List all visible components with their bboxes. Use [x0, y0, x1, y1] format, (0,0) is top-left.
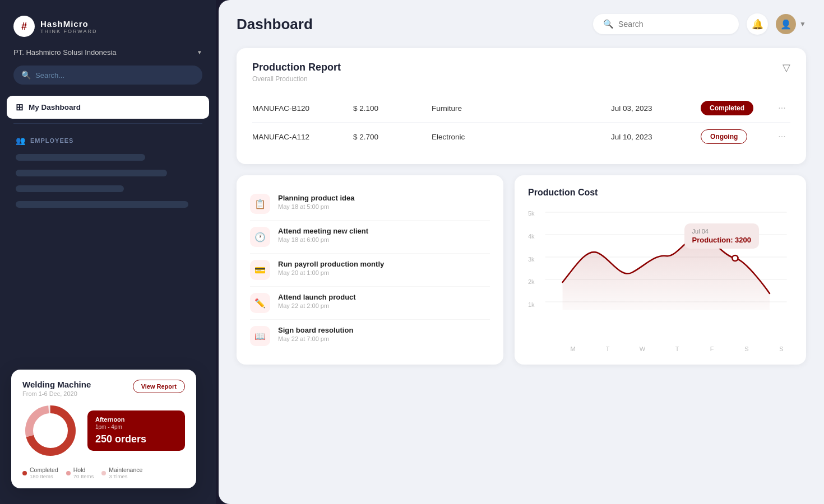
logo-text: HashMicro THINK FORWARD — [40, 19, 98, 34]
activity-icon-5: 📖 — [250, 326, 270, 346]
activity-title-4: Attend launch product — [278, 293, 356, 301]
bottom-row: 📋 Planning product idea May 18 at 5:00 p… — [237, 175, 806, 365]
tooltip-value: Production: 3200 — [692, 236, 751, 244]
sidebar-divider — [13, 123, 202, 124]
sidebar-search-input[interactable] — [35, 71, 195, 80]
sidebar-item-dashboard[interactable]: ⊞ My Dashboard — [7, 96, 209, 119]
activity-icon-4: ✏️ — [250, 293, 270, 313]
activity-text-3: Run payroll production montly May 20 at … — [278, 260, 384, 276]
header: Dashboard 🔍 🔔 👤 ▼ — [219, 0, 824, 48]
skeleton-bar-4 — [16, 201, 188, 208]
legend-item-completed: Completed 180 Items — [22, 466, 58, 479]
sidebar-item-dashboard-label: My Dashboard — [29, 103, 81, 111]
activity-item-5: 📖 Sign board resolution May 22 at 7:00 p… — [250, 320, 490, 352]
donut-svg — [22, 403, 78, 459]
employees-label: EMPLOYEES — [30, 137, 73, 144]
legend-item-hold: Hold 70 Items — [66, 466, 94, 479]
legend-text-completed: Completed 180 Items — [30, 466, 58, 479]
activity-title-3: Run payroll production montly — [278, 260, 384, 268]
welding-title: Welding Machine — [22, 380, 91, 389]
activity-time-4: May 22 at 2:00 pm — [278, 302, 356, 309]
afternoon-time: 1pm - 4pm — [95, 424, 177, 430]
legend-text-hold: Hold 70 Items — [73, 466, 94, 479]
welding-header: Welding Machine From 1-6 Dec, 2020 View … — [22, 380, 185, 397]
donut-chart — [22, 403, 78, 459]
card-header: Production Report Overall Production ▽ — [252, 62, 790, 83]
prod-status-1: Completed — [701, 101, 774, 115]
y-label-5k: 5k — [528, 210, 535, 217]
content-area: Production Report Overall Production ▽ M… — [219, 48, 824, 378]
activity-text-5: Sign board resolution May 22 at 7:00 pm — [278, 326, 353, 342]
activity-time-1: May 18 at 5:00 pm — [278, 203, 355, 210]
prod-id-2: MANUFAC-A112 — [252, 133, 353, 141]
search-icon: 🔍 — [21, 71, 31, 80]
main-content: Dashboard 🔍 🔔 👤 ▼ Production Report Over… — [219, 0, 824, 504]
x-label-s2: S — [770, 346, 793, 352]
svg-point-5 — [732, 255, 738, 261]
legend-item-maintenance: Maintenance 3 Times — [101, 466, 142, 479]
row-more-2[interactable]: ··· — [774, 132, 790, 142]
x-label-t2: T — [666, 346, 688, 352]
legend-sub-maintenance: 3 Times — [109, 473, 142, 479]
activity-time-3: May 20 at 1:00 pm — [278, 269, 384, 276]
activity-time-5: May 22 at 7:00 pm — [278, 335, 353, 342]
afternoon-label: Afternoon — [95, 416, 177, 423]
legend-dot-completed — [22, 471, 27, 475]
y-label-3k: 3k — [528, 256, 535, 263]
page-title: Dashboard — [237, 16, 313, 33]
y-label-4k: 4k — [528, 233, 535, 240]
activity-item-4: ✏️ Attend launch product May 22 at 2:00 … — [250, 287, 490, 320]
company-chevron-icon: ▼ — [197, 49, 202, 55]
view-report-button[interactable]: View Report — [133, 380, 185, 393]
activity-item-2: 🕐 Attend meeting new client May 18 at 6:… — [250, 221, 490, 254]
activity-time-2: May 18 at 6:00 pm — [278, 236, 368, 243]
activity-icon-2: 🕐 — [250, 227, 270, 247]
skeleton-bar-1 — [16, 154, 145, 161]
legend-dot-hold — [66, 471, 71, 475]
header-right: 🔍 🔔 👤 ▼ — [593, 13, 806, 35]
employees-icon: 👥 — [16, 136, 26, 145]
prod-amount-1: $ 2.100 — [353, 104, 432, 113]
legend-dot-maintenance — [101, 471, 106, 475]
activity-title-1: Planning product idea — [278, 194, 355, 202]
legend-sub-completed: 180 Items — [30, 473, 58, 479]
dashboard-icon: ⊞ — [16, 102, 23, 113]
legend-sub-hold: 70 Items — [73, 473, 94, 479]
prod-status-2: Ongoing — [701, 129, 774, 144]
prod-date-2: Jul 10, 2023 — [611, 133, 701, 141]
activity-card: 📋 Planning product idea May 18 at 5:00 p… — [237, 175, 503, 365]
production-cost-card: Production Cost Jul 04 Production: 3200 — [515, 175, 806, 365]
production-report-card: Production Report Overall Production ▽ M… — [237, 48, 806, 164]
sidebar-search-box[interactable]: 🔍 — [13, 66, 202, 85]
skeleton-bar-2 — [16, 170, 167, 176]
skeleton-bar-3 — [16, 185, 124, 192]
welding-machine-card: Welding Machine From 1-6 Dec, 2020 View … — [11, 370, 196, 488]
afternoon-tooltip: Afternoon 1pm - 4pm 250 orders — [87, 410, 185, 451]
x-label-s1: S — [735, 346, 758, 352]
logo-icon: # — [13, 16, 35, 37]
company-selector[interactable]: PT. Hashmicro Solusi Indonesia ▼ — [13, 48, 202, 57]
header-search-box[interactable]: 🔍 — [593, 14, 739, 34]
logo-name: HashMicro — [40, 19, 98, 29]
x-label-f: F — [701, 346, 723, 352]
welding-body: Afternoon 1pm - 4pm 250 orders — [22, 403, 185, 459]
sidebar-logo: # HashMicro THINK FORWARD — [0, 0, 216, 48]
y-label-2k: 2k — [528, 278, 535, 285]
header-search-input[interactable] — [618, 20, 729, 29]
row-more-1[interactable]: ··· — [774, 103, 790, 113]
prod-type-1: Furniture — [432, 104, 611, 113]
chart-tooltip: Jul 04 Production: 3200 — [684, 223, 759, 249]
header-search-icon: 🔍 — [603, 19, 614, 29]
activity-icon-1: 📋 — [250, 194, 270, 214]
activity-item-3: 💳 Run payroll production montly May 20 a… — [250, 254, 490, 287]
logo-tagline: THINK FORWARD — [40, 29, 98, 34]
table-row: MANUFAC-A112 $ 2.700 Electronic Jul 10, … — [252, 123, 790, 151]
filter-button[interactable]: ▽ — [783, 62, 790, 74]
notification-button[interactable]: 🔔 — [747, 13, 768, 35]
card-header-text: Production Report Overall Production — [252, 62, 341, 83]
cost-card-title: Production Cost — [528, 188, 793, 198]
prod-date-1: Jul 03, 2023 — [611, 104, 701, 113]
afternoon-orders: 250 orders — [95, 433, 177, 445]
activity-item-1: 📋 Planning product idea May 18 at 5:00 p… — [250, 188, 490, 221]
avatar-button[interactable]: 👤 ▼ — [776, 14, 806, 34]
